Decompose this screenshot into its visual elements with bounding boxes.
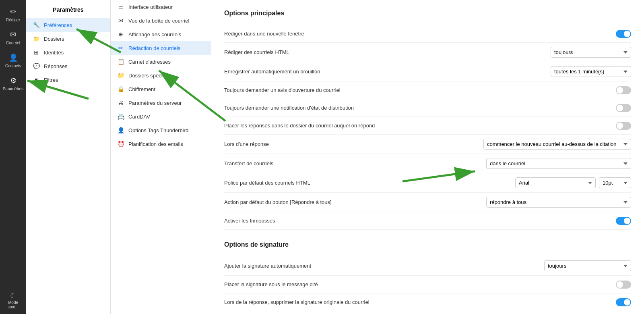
section-title-principales: Options principales (224, 10, 631, 17)
option-row-brouillon: Enregistrer automatiquement un brouillon… (224, 62, 631, 81)
toggle-avis-ouverture-slider (616, 86, 631, 94)
sidebar-item-rediger[interactable]: ✏ Rédiger (0, 3, 26, 26)
monitor-icon: ▭ (117, 4, 124, 10)
toggle-frimousses[interactable] (616, 217, 631, 225)
submenu-interface-label: Interface utilisateur (128, 4, 173, 10)
submenu-redaction[interactable]: ✏ Rédaction de courriels (111, 41, 211, 55)
select-ajouter-signature[interactable]: toujours jamais nouveau message uniqueme… (544, 260, 631, 271)
toggle-notification-slider (616, 104, 631, 112)
server-icon: 🖨 (117, 100, 124, 106)
option-label-repondre-tous: Action par défaut du bouton [Répondre à … (224, 199, 466, 205)
option-label-transfert: Transfert de courriels (224, 160, 466, 166)
option-row-avis-ouverture: Toujours demander un avis d'ouverture du… (224, 81, 631, 99)
select-html[interactable]: toujours jamais demander (551, 47, 631, 58)
nav-sidebar-title: Paramètres (26, 0, 110, 18)
submenu-redaction-label: Rédaction de courriels (128, 45, 180, 51)
option-row-html: Rédiger des courriels HTML toujours jama… (224, 43, 631, 62)
display-icon: ⊕ (117, 31, 124, 37)
option-control-ajouter-signature: toujours jamais nouveau message uniqueme… (544, 260, 631, 271)
submenu-panel: ▭ Interface utilisateur ✉ Vue de la boît… (111, 0, 211, 314)
select-brouillon[interactable]: toutes les 1 minute(s) toutes les 5 minu… (551, 66, 631, 77)
filter-icon: ▼ (33, 77, 40, 83)
submenu-carddav[interactable]: 📇 CardDAV (111, 110, 211, 123)
submenu-serveur-label: Paramètres du serveur (128, 100, 182, 106)
option-control-police: Arial Times New Roman Courier New Helvet… (515, 177, 631, 188)
nav-item-filtres-label: Filtres (44, 77, 58, 83)
toggle-placer-sous-slider (616, 281, 631, 289)
sidebar-item-parametres[interactable]: ⚙ Paramètres (0, 72, 26, 95)
toggle-notification[interactable] (616, 104, 631, 112)
submenu-dossiers-speciaux-label: Dossiers spéciaux (128, 73, 171, 79)
nav-item-reponses[interactable]: 💬 Réponses (26, 59, 110, 73)
submenu-planification-label: Planification des emails (128, 141, 183, 147)
card-icon: 📇 (117, 113, 124, 120)
submenu-dossiers-speciaux[interactable]: 📁 Dossiers spéciaux (111, 69, 211, 82)
submenu-tags-label: Options Tags Thunderbird (128, 127, 188, 133)
nav-item-dossiers[interactable]: 📁 Dossiers (26, 32, 110, 46)
option-control-placer-reponses (616, 122, 631, 130)
submenu-vue-boite-label: Vue de la boîte de courriel (128, 18, 189, 24)
nav-item-identites[interactable]: ⊞ Identités (26, 46, 110, 59)
option-label-html: Rédiger des courriels HTML (224, 49, 466, 55)
select-police-size[interactable]: 8pt 10pt 12pt 14pt (599, 177, 631, 188)
select-repondre-tous[interactable]: répondre à tous répondre à la liste répo… (486, 197, 631, 208)
submenu-carnet[interactable]: 📋 Carnet d'adresses (111, 55, 211, 69)
option-row-transfert: Transfert de courriels dans le courriel … (224, 154, 631, 173)
option-row-placer-sous: Placer la signature sous le message cité (224, 276, 631, 293)
sidebar-item-courriel[interactable]: ✉ Courriel (0, 26, 26, 49)
nav-item-preferences-label: Préférences (44, 22, 72, 28)
select-lors-reponse[interactable]: commencer le nouveau courriel au-dessus … (483, 139, 631, 150)
option-row-notification: Toujours demander une notification d'éta… (224, 99, 631, 117)
option-label-ajouter-signature: Ajouter la signature automatiquement (224, 263, 466, 269)
submenu-carnet-label: Carnet d'adresses (128, 59, 171, 65)
chat-icon: 💬 (33, 63, 40, 69)
submenu-vue-boite[interactable]: ✉ Vue de la boîte de courriel (111, 14, 211, 27)
wrench-icon: 🔧 (33, 22, 40, 28)
option-control-frimousses (616, 217, 631, 225)
settings-icon: ⚙ (10, 76, 17, 85)
nav-item-filtres[interactable]: ▼ Filtres (26, 73, 110, 87)
mail-icon: ✉ (10, 30, 16, 39)
select-police-font[interactable]: Arial Times New Roman Courier New Helvet… (515, 177, 596, 188)
main-content: Options principales Rédiger dans une nou… (211, 0, 644, 314)
submenu-planification[interactable]: ⏰ Planification des emails (111, 137, 211, 151)
submenu-chiffrement-label: Chiffrement (128, 86, 155, 92)
submenu-tags[interactable]: 👤 Options Tags Thunderbird (111, 123, 211, 137)
option-row-nouvelle-fenetre: Rédiger dans une nouvelle fenêtre (224, 25, 631, 43)
option-label-brouillon: Enregistrer automatiquement un brouillon (224, 69, 466, 75)
toggle-avis-ouverture[interactable] (616, 86, 631, 94)
nav-item-preferences[interactable]: 🔧 Préférences (26, 18, 110, 32)
toggle-supprimer-originale[interactable] (616, 298, 631, 306)
option-label-lors-reponse: Lors d'une réponse (224, 141, 466, 147)
submenu-serveur[interactable]: 🖨 Paramètres du serveur (111, 96, 211, 110)
sidebar-item-contacts-label: Contacts (5, 64, 21, 68)
dark-mode-button[interactable]: ☾ Mode som... (0, 287, 26, 314)
sidebar-item-contacts[interactable]: 👤 Contacts (0, 49, 26, 72)
submenu-chiffrement[interactable]: 🔒 Chiffrement (111, 82, 211, 96)
option-label-supprimer-originale: Lors de la réponse, supprimer la signatu… (224, 299, 466, 305)
submenu-interface[interactable]: ▭ Interface utilisateur (111, 0, 211, 14)
sidebar-item-parametres-label: Paramètres (3, 87, 24, 91)
select-transfert[interactable]: dans le courriel en pièce jointe citer l… (486, 158, 631, 169)
dark-mode-label: Mode som... (3, 300, 23, 309)
sidebar-item-courriel-label: Courriel (6, 41, 20, 45)
moon-icon: ☾ (3, 291, 23, 300)
option-label-placer-sous: Placer la signature sous le message cité (224, 281, 466, 287)
submenu-affichage[interactable]: ⊕ Affichage des courriels (111, 27, 211, 41)
nav-item-identites-label: Identités (44, 50, 64, 56)
compose-icon: ✏ (117, 45, 124, 51)
option-control-avis-ouverture (616, 86, 631, 94)
addressbook-icon: 📋 (117, 58, 124, 65)
option-control-repondre-tous: répondre à tous répondre à la liste répo… (486, 197, 631, 208)
toggle-placer-reponses[interactable] (616, 122, 631, 130)
option-label-nouvelle-fenetre: Rédiger dans une nouvelle fenêtre (224, 31, 466, 37)
toggle-placer-reponses-slider (616, 122, 631, 130)
option-row-supprimer-originale: Lors de la réponse, supprimer la signatu… (224, 293, 631, 311)
option-control-brouillon: toutes les 1 minute(s) toutes les 5 minu… (551, 66, 631, 77)
toggle-placer-sous[interactable] (616, 281, 631, 289)
nav-item-dossiers-label: Dossiers (44, 36, 64, 42)
toggle-nouvelle-fenetre[interactable] (616, 30, 631, 38)
clock-icon: ⏰ (117, 141, 124, 147)
option-row-police: Police par défaut des courriels HTML Ari… (224, 173, 631, 193)
option-row-placer-reponses: Placer les réponses dans le dossier du c… (224, 117, 631, 135)
